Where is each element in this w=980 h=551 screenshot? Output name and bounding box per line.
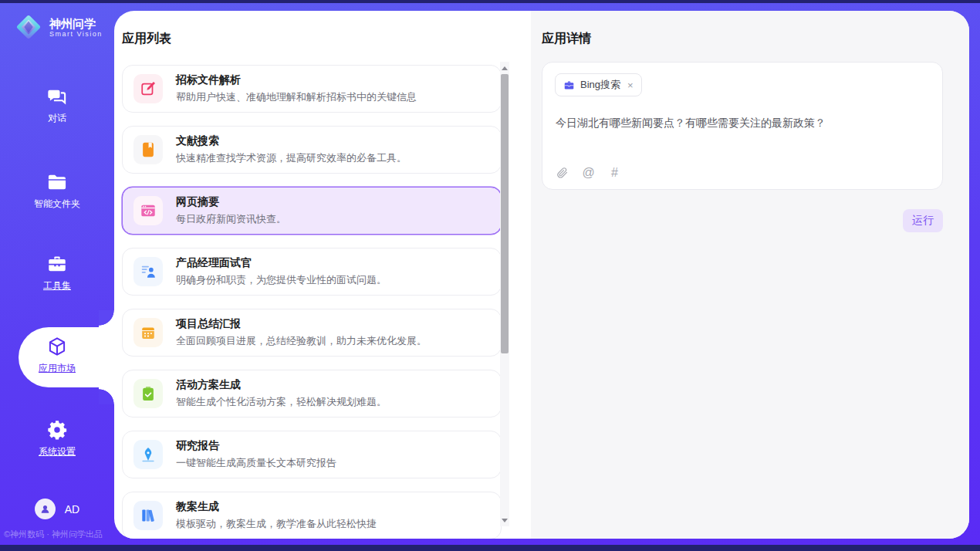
app-detail-panel: 应用详情 Bing搜索 × 今日湖北有哪些新闻要点？有哪些需要关注的最新政策？ …: [531, 11, 969, 539]
app-icon: [133, 379, 163, 408]
query-composer[interactable]: Bing搜索 × 今日湖北有哪些新闻要点？有哪些需要关注的最新政策？ @ #: [542, 62, 943, 190]
sidebar-item-smart-folder[interactable]: 智能文件夹: [0, 171, 114, 211]
app-card-text: 产品经理面试官 明确身份和职责，为您提供专业性的面试问题。: [176, 256, 387, 287]
app-name: 网页摘要: [176, 195, 286, 209]
scroll-up-arrow-icon[interactable]: [500, 63, 509, 73]
app-card[interactable]: 活动方案生成 智能生成个性化活动方案，轻松解决规划难题。: [122, 370, 502, 417]
tool-tag-bing-search[interactable]: Bing搜索 ×: [555, 73, 642, 96]
sidebar: 神州问学 Smart Vision 对话 智能文件夹 工具集 应用市场 系统设置: [0, 3, 114, 545]
app-card[interactable]: 项目总结汇报 全面回顾项目进展，总结经验教训，助力未来优化发展。: [122, 309, 502, 357]
sidebar-item-settings[interactable]: 系统设置: [0, 419, 114, 458]
sidebar-item-label: 工具集: [43, 279, 71, 292]
app-card-text: 项目总结汇报 全面回顾项目进展，总结经验教训，助力未来优化发展。: [176, 317, 427, 348]
person-icon: [39, 502, 52, 516]
sidebar-item-label: 智能文件夹: [34, 198, 80, 211]
diamond-logo-icon: [14, 12, 43, 42]
folder-icon: [46, 171, 68, 193]
app-card-text: 教案生成 模板驱动，教案生成，教学准备从此轻松快捷: [176, 500, 377, 531]
sidebar-item-label: 应用市场: [39, 362, 76, 375]
user-initials: AD: [65, 503, 79, 516]
app-detail-title: 应用详情: [542, 31, 591, 47]
app-card[interactable]: 研究报告 一键智能生成高质量长文本研究报告: [122, 431, 502, 478]
brand-logo: 神州问学 Smart Vision: [14, 12, 103, 42]
app-card[interactable]: 教案生成 模板驱动，教案生成，教学准备从此轻松快捷: [122, 492, 502, 539]
app-icon: [133, 501, 163, 530]
app-card-text: 文献搜索 快速精准查找学术资源，提高研究效率的必备工具。: [176, 134, 407, 165]
app-name: 活动方案生成: [176, 378, 387, 392]
content-area: 应用列表 招标文件解析 帮助用户快速、准确地理解和解析招标书中的关键信息 文献搜…: [114, 11, 969, 539]
app-description: 一键智能生成高质量长文本研究报告: [176, 456, 336, 470]
app-list-title: 应用列表: [122, 31, 171, 47]
scroll-down-arrow-icon[interactable]: [500, 516, 509, 525]
app-card-text: 招标文件解析 帮助用户快速、准确地理解和解析招标书中的关键信息: [176, 73, 417, 104]
app-icon: [133, 135, 163, 164]
composer-toolbar: @ #: [556, 166, 621, 179]
app-name: 文献搜索: [176, 134, 407, 148]
app-card-text: 研究报告 一键智能生成高质量长文本研究报告: [176, 439, 336, 470]
sidebar-item-label: 对话: [48, 112, 66, 125]
tool-tag-label: Bing搜索: [580, 78, 620, 92]
app-description: 帮助用户快速、准确地理解和解析招标书中的关键信息: [176, 90, 417, 104]
query-input[interactable]: 今日湖北有哪些新闻要点？有哪些需要关注的最新政策？: [556, 117, 931, 130]
app-description: 明确身份和职责，为您提供专业性的面试问题。: [176, 273, 387, 287]
cube-icon: [46, 336, 68, 357]
app-icon: [133, 440, 163, 469]
app-card[interactable]: 招标文件解析 帮助用户快速、准确地理解和解析招标书中的关键信息: [122, 65, 502, 113]
close-icon[interactable]: ×: [627, 80, 634, 90]
chat-icon: [46, 86, 68, 107]
app-card-text: 网页摘要 每日政府新闻资讯快查。: [176, 195, 286, 226]
run-button[interactable]: 运行: [903, 209, 943, 232]
bubble-curve-top: [99, 310, 114, 327]
app-name: 招标文件解析: [176, 73, 417, 87]
gear-icon: [46, 419, 68, 441]
app-name: 教案生成: [176, 500, 377, 514]
sidebar-item-app-market[interactable]: 应用市场: [0, 336, 114, 375]
app-window: 神州问学 Smart Vision 对话 智能文件夹 工具集 应用市场 系统设置: [0, 0, 980, 551]
app-card[interactable]: 产品经理面试官 明确身份和职责，为您提供专业性的面试问题。: [122, 248, 502, 296]
app-icon: [133, 74, 163, 103]
app-description: 快速精准查找学术资源，提高研究效率的必备工具。: [176, 151, 407, 165]
user-account[interactable]: AD: [0, 499, 114, 519]
scrollbar-thumb[interactable]: [501, 74, 509, 353]
bubble-curve-bottom: [99, 387, 114, 404]
app-icon: [133, 257, 163, 286]
copyright-text: ©神州数码 · 神州问学出品: [4, 529, 103, 540]
app-description: 智能生成个性化活动方案，轻松解决规划难题。: [176, 395, 387, 409]
toolbox-icon: [46, 253, 68, 275]
app-name: 研究报告: [176, 439, 336, 453]
list-scrollbar[interactable]: [500, 62, 509, 526]
brand-text: 神州问学 Smart Vision: [49, 17, 103, 38]
app-description: 模板驱动，教案生成，教学准备从此轻松快捷: [176, 517, 377, 531]
app-name: 项目总结汇报: [176, 317, 427, 331]
app-description: 每日政府新闻资讯快查。: [176, 212, 286, 226]
mention-icon[interactable]: @: [582, 166, 595, 179]
avatar: [35, 499, 56, 519]
app-card[interactable]: 文献搜索 快速精准查找学术资源，提高研究效率的必备工具。: [122, 126, 502, 174]
sidebar-item-label: 系统设置: [39, 445, 76, 458]
brand-name: 神州问学: [49, 17, 103, 30]
hash-icon[interactable]: #: [608, 166, 621, 179]
app-card-text: 活动方案生成 智能生成个性化活动方案，轻松解决规划难题。: [176, 378, 387, 409]
attachment-icon[interactable]: [556, 166, 569, 179]
brand-subtitle: Smart Vision: [49, 30, 103, 38]
briefcase-icon: [563, 79, 575, 91]
app-icon: [133, 196, 163, 225]
app-list: 招标文件解析 帮助用户快速、准确地理解和解析招标书中的关键信息 文献搜索 快速精…: [122, 65, 502, 539]
sidebar-item-chat[interactable]: 对话: [0, 86, 114, 125]
sidebar-item-toolset[interactable]: 工具集: [0, 253, 114, 292]
app-icon: [133, 318, 163, 347]
app-card[interactable]: 网页摘要 每日政府新闻资讯快查。: [122, 187, 502, 235]
app-name: 产品经理面试官: [176, 256, 387, 270]
app-description: 全面回顾项目进展，总结经验教训，助力未来优化发展。: [176, 334, 427, 348]
